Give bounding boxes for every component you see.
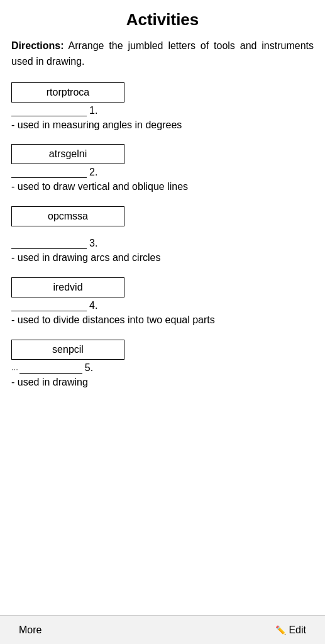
activity-item-2: atrsgelni 2. - used to draw vertical and… xyxy=(11,144,314,195)
answer-line-1 xyxy=(11,105,87,116)
activity-item-1: rtorptroca 1. - used in measuring angles… xyxy=(11,82,314,133)
answer-line-row-4: 4. xyxy=(11,300,314,311)
item-description-4: - used to divide distances into two equa… xyxy=(11,313,314,328)
item-description-2: - used to draw vertical and oblique line… xyxy=(11,179,314,195)
jumbled-word-3: opcmssa xyxy=(11,206,124,226)
item-number-3: 3. xyxy=(89,238,97,249)
activity-item-5: senpcil ··· 5. - used in drawing xyxy=(11,340,314,391)
directions-label: Directions: xyxy=(11,40,64,51)
answer-line-row-2: 2. xyxy=(11,167,314,178)
answer-line-2 xyxy=(11,167,87,178)
item-number-1: 1. xyxy=(89,105,97,116)
answer-line-3 xyxy=(11,238,87,249)
pencil-icon: ✏️ xyxy=(275,625,286,635)
word-box-3: opcmssa xyxy=(11,206,314,229)
edit-button[interactable]: Edit xyxy=(289,625,306,636)
activity-item-3: opcmssa 3. - used in drawing arcs and ci… xyxy=(11,206,314,266)
item-description-5: - used in drawing xyxy=(11,375,314,391)
item-number-2: 2. xyxy=(89,167,97,178)
page-title: Activities xyxy=(11,10,314,30)
directions-block: Directions: Arrange the jumbled letters … xyxy=(11,38,314,70)
answer-line-4 xyxy=(11,300,87,311)
item-number-4: 4. xyxy=(89,300,97,311)
page-container: Activities Directions: Arrange the jumbl… xyxy=(0,0,325,440)
item-description-1: - used in measuring angles in degrees xyxy=(11,118,314,133)
word-box-1: rtorptroca xyxy=(11,82,314,105)
jumbled-word-5: senpcil xyxy=(11,340,124,360)
answer-line-row-5: ··· 5. xyxy=(11,362,314,374)
answer-line-row-1: 1. xyxy=(11,105,314,116)
bottom-bar: More ✏️ Edit xyxy=(0,615,325,644)
word-box-4: iredvid xyxy=(11,277,314,300)
answer-line-5 xyxy=(19,362,82,374)
jumbled-word-2: atrsgelni xyxy=(11,144,124,164)
jumbled-word-1: rtorptroca xyxy=(11,82,124,103)
item-description-3: - used in drawing arcs and circles xyxy=(11,250,314,266)
item-number-5: 5. xyxy=(85,362,93,374)
more-button[interactable]: More xyxy=(19,625,41,636)
answer-line-row-3: 3. xyxy=(11,238,314,249)
word-box-5: senpcil xyxy=(11,340,314,362)
jumbled-word-4: iredvid xyxy=(11,277,124,297)
edit-section: ✏️ Edit xyxy=(275,625,306,636)
word-box-2: atrsgelni xyxy=(11,144,314,167)
activity-item-4: iredvid 4. - used to divide distances in… xyxy=(11,277,314,328)
dots-indicator: ··· xyxy=(11,364,18,374)
